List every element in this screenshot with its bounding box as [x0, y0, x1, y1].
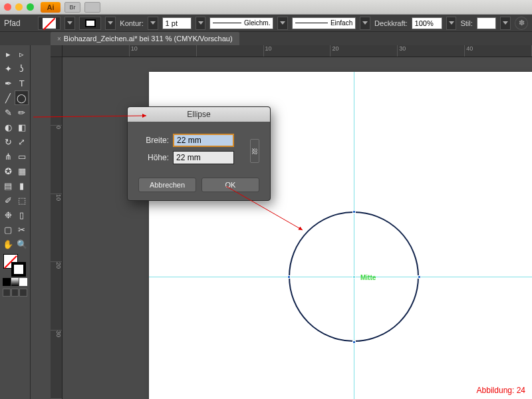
- scale-tool[interactable]: ⤢: [15, 134, 29, 149]
- ellipse-tool[interactable]: ◯: [15, 90, 29, 105]
- zoom-tool[interactable]: 🔍: [15, 237, 29, 251]
- anchor-point-bottom[interactable]: [352, 340, 356, 344]
- width-tool[interactable]: ⋔: [1, 149, 15, 164]
- magic-wand-tool[interactable]: ✦: [1, 61, 15, 76]
- height-label: Höhe:: [138, 153, 169, 162]
- control-bar: Pfad Kontur: Gleichm. Einfach Deckkraft:…: [0, 15, 532, 32]
- eyedropper-tool[interactable]: ✐: [1, 193, 15, 207]
- stroke-indicator[interactable]: [11, 262, 26, 277]
- draw-inside[interactable]: [19, 289, 27, 297]
- rotate-tool[interactable]: ↻: [1, 134, 15, 149]
- perspective-grid-tool[interactable]: ▦: [15, 164, 29, 178]
- brush-definition-dropdown[interactable]: [360, 17, 370, 30]
- opacity-input[interactable]: [412, 17, 442, 29]
- blend-tool[interactable]: ⬚: [15, 193, 29, 207]
- ellipse-dialog: Ellipse Breite: Höhe: ⛓ Abbrechen OK: [127, 106, 271, 201]
- window-titlebar: Ai Br: [0, 0, 532, 15]
- color-mode-solid[interactable]: [3, 278, 11, 286]
- direct-selection-tool[interactable]: ▹: [15, 47, 29, 61]
- type-tool[interactable]: T: [15, 76, 29, 90]
- opacity-label: Deckkraft:: [374, 19, 408, 27]
- anchor-point-right[interactable]: [418, 275, 421, 279]
- color-mode-row: [1, 277, 29, 287]
- paintbrush-tool[interactable]: ✎: [1, 105, 15, 120]
- document-tab-label: Biohazard_Zeichen.ai* bei 311 % (CMYK/Vo…: [64, 35, 233, 43]
- anchor-point-left[interactable]: [287, 275, 291, 279]
- close-window-button[interactable]: [4, 3, 11, 11]
- artboard-tool[interactable]: ▢: [1, 222, 15, 237]
- hand-tool[interactable]: ✋: [1, 237, 15, 251]
- document-window: 1010203040 0102030 Mitte: [51, 45, 532, 399]
- brush-definition-select[interactable]: Einfach: [292, 17, 356, 29]
- line-tool[interactable]: ╱: [1, 90, 15, 105]
- column-graph-tool[interactable]: ▯: [15, 207, 29, 222]
- shape-builder-tool[interactable]: ✪: [1, 164, 15, 178]
- stroke-weight-input[interactable]: [162, 17, 192, 29]
- style-label: Stil:: [460, 19, 472, 27]
- mesh-tool[interactable]: ▤: [1, 178, 15, 193]
- fill-stroke-control[interactable]: [1, 254, 29, 277]
- screen-mode-row: [1, 287, 29, 298]
- fill-dropdown[interactable]: [65, 17, 75, 30]
- brush-profile-select[interactable]: Gleichm.: [209, 17, 273, 29]
- constrain-proportions-button[interactable]: ⛓: [250, 139, 259, 163]
- symbol-sprayer-tool[interactable]: ❉: [1, 207, 15, 222]
- blob-brush-tool[interactable]: ◐: [1, 120, 15, 134]
- document-tabbar: × Biohazard_Zeichen.ai* bei 311 % (CMYK/…: [0, 32, 532, 45]
- gradient-tool[interactable]: ▮: [15, 178, 29, 193]
- traffic-lights: [4, 3, 34, 11]
- dialog-title: Ellipse: [128, 107, 270, 122]
- brush-profile-dropdown[interactable]: [277, 17, 288, 30]
- stroke-weight-stepper[interactable]: [148, 17, 158, 30]
- stroke-weight-dropdown[interactable]: [196, 17, 206, 30]
- width-label: Breite:: [138, 136, 169, 145]
- zoom-window-button[interactable]: [27, 3, 34, 11]
- selection-type-label: Pfad: [4, 19, 34, 28]
- ok-button[interactable]: OK: [201, 178, 259, 192]
- toolbox: ▸▹ ✦ʖ ✒T ╱◯ ✎✏ ◐◧ ↻⤢ ⋔▭ ✪▦ ▤▮ ✐⬚ ❉▯ ▢✂ ✋…: [0, 45, 31, 399]
- color-mode-none[interactable]: [19, 278, 27, 286]
- selection-tool[interactable]: ▸: [1, 47, 15, 61]
- panel-options-button[interactable]: ✽: [515, 17, 528, 30]
- cancel-button[interactable]: Abbrechen: [138, 178, 196, 192]
- bridge-button[interactable]: Br: [65, 2, 80, 13]
- stroke-dropdown[interactable]: [105, 17, 116, 30]
- eraser-tool[interactable]: ◧: [15, 120, 29, 134]
- style-swatch[interactable]: [477, 17, 497, 29]
- color-mode-gradient[interactable]: [11, 278, 19, 286]
- ruler-origin[interactable]: [51, 45, 63, 57]
- free-transform-tool[interactable]: ▭: [15, 149, 29, 164]
- fill-swatch[interactable]: [38, 17, 61, 30]
- width-input[interactable]: [173, 134, 234, 147]
- lasso-tool[interactable]: ʖ: [15, 61, 29, 76]
- close-tab-icon[interactable]: ×: [57, 35, 61, 43]
- figure-caption: Abbildung: 24: [477, 386, 525, 395]
- horizontal-ruler[interactable]: 1010203040: [63, 45, 532, 57]
- arrange-documents-button[interactable]: [84, 2, 100, 13]
- pen-tool[interactable]: ✒: [1, 76, 15, 90]
- draw-normal[interactable]: [3, 289, 11, 297]
- slice-tool[interactable]: ✂: [15, 222, 29, 237]
- smart-guide-label: Mitte: [360, 274, 376, 281]
- draw-behind[interactable]: [11, 289, 19, 297]
- anchor-point-top[interactable]: [352, 210, 356, 213]
- document-tab[interactable]: × Biohazard_Zeichen.ai* bei 311 % (CMYK/…: [51, 32, 239, 45]
- pencil-tool[interactable]: ✏: [15, 105, 29, 120]
- vertical-ruler[interactable]: 0102030: [51, 57, 63, 399]
- minimize-window-button[interactable]: [15, 3, 23, 11]
- app-icon: Ai: [41, 2, 61, 13]
- center-point[interactable]: [352, 275, 356, 279]
- stroke-weight-label: Kontur:: [120, 19, 143, 27]
- opacity-dropdown[interactable]: [446, 17, 457, 30]
- style-dropdown[interactable]: [500, 17, 511, 30]
- stroke-swatch[interactable]: [79, 17, 102, 30]
- height-input[interactable]: [173, 151, 234, 164]
